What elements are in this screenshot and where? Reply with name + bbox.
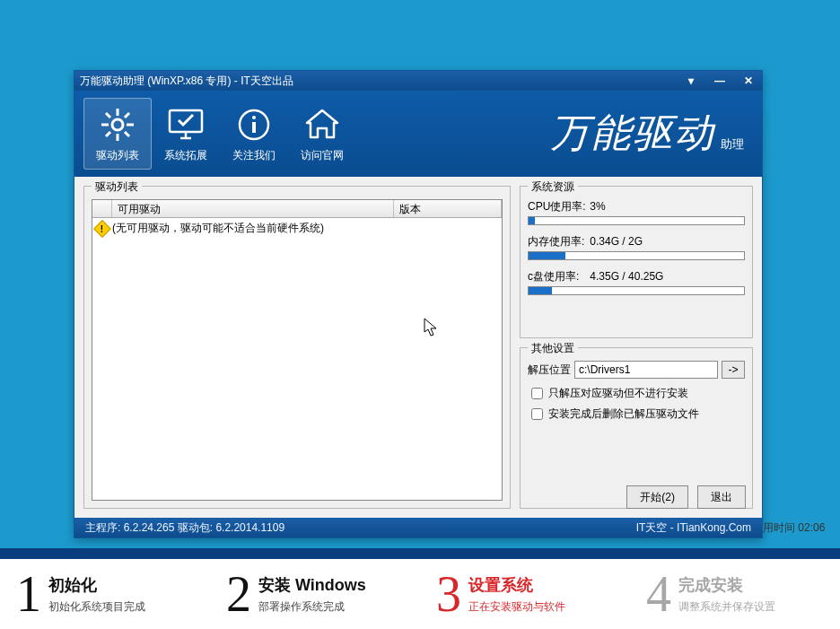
svg-point-0 bbox=[112, 119, 123, 130]
info-icon bbox=[234, 105, 274, 144]
toolbar: 驱动列表 系统拓展 关注我们 访问官网 万能驱动 助理 bbox=[74, 91, 762, 177]
svg-marker-15 bbox=[307, 110, 337, 137]
tab-system-ext[interactable]: 系统拓展 bbox=[152, 98, 220, 170]
col-icon[interactable] bbox=[92, 200, 112, 217]
pin-button[interactable]: ▾ bbox=[683, 74, 699, 87]
tab-label: 访问官网 bbox=[301, 148, 344, 163]
step-subtitle: 正在安装驱动与软件 bbox=[468, 599, 565, 615]
titlebar: 万能驱动助理 (WinXP.x86 专用) - IT天空出品 ▾ — ✕ bbox=[74, 71, 762, 91]
tab-visit-site[interactable]: 访问官网 bbox=[288, 98, 356, 170]
close-button[interactable]: ✕ bbox=[740, 74, 757, 87]
mem-progress-fill bbox=[529, 252, 565, 259]
driver-table[interactable]: 可用驱动 版本 ! (无可用驱动，驱动可能不适合当前硬件系统) bbox=[92, 199, 503, 501]
disk-progress-fill bbox=[529, 287, 552, 294]
step-number: 4 bbox=[646, 569, 671, 619]
tab-label: 系统拓展 bbox=[164, 148, 207, 163]
step-title: 设置系统 bbox=[468, 574, 565, 596]
brand-sub-text: 助理 bbox=[721, 136, 744, 153]
right-panel: 系统资源 CPU使用率: 3% 内存使用率: 0.34G / 2G c盘使用率:… bbox=[520, 186, 753, 509]
status-left: 主程序: 6.2.24.265 驱动包: 6.2.2014.1109 bbox=[85, 520, 284, 536]
home-icon bbox=[302, 105, 342, 144]
mem-progress bbox=[528, 251, 745, 260]
gear-icon bbox=[98, 105, 137, 144]
cpu-progress-fill bbox=[529, 217, 535, 224]
svg-line-5 bbox=[106, 113, 110, 118]
svg-line-6 bbox=[125, 132, 129, 136]
cpu-value: 3% bbox=[590, 200, 605, 213]
step-subtitle: 初始化系统项目完成 bbox=[48, 599, 145, 615]
step-3: 3 设置系统 正在安装驱动与软件 bbox=[420, 559, 630, 629]
client-area: 驱动列表 可用驱动 版本 ! (无可用驱动，驱动可能不适合当前硬件系统) 系统资… bbox=[74, 177, 762, 518]
step-2: 2 安装 Windows 部署操作系统完成 bbox=[210, 559, 420, 629]
exit-button[interactable]: 退出 bbox=[697, 485, 746, 509]
action-buttons: 开始(2) 退出 bbox=[626, 485, 746, 509]
svg-line-7 bbox=[125, 113, 129, 118]
status-right: IT天空 - ITianKong.Com bbox=[636, 520, 751, 536]
extract-path-input[interactable] bbox=[574, 361, 718, 379]
window-title: 万能驱动助理 (WinXP.x86 专用) - IT天空出品 bbox=[80, 74, 683, 89]
mem-label: 内存使用率: bbox=[528, 234, 587, 249]
check-label: 安装完成后删除已解压驱动文件 bbox=[548, 406, 699, 422]
warning-icon: ! bbox=[93, 220, 111, 238]
check-label: 只解压对应驱动但不进行安装 bbox=[548, 386, 688, 401]
window-controls: ▾ — ✕ bbox=[683, 74, 757, 87]
step-title: 完成安装 bbox=[678, 574, 775, 596]
statusbar: 主程序: 6.2.24.265 驱动包: 6.2.2014.1109 IT天空 … bbox=[74, 518, 762, 537]
svg-line-8 bbox=[106, 132, 110, 136]
extract-only-row[interactable]: 只解压对应驱动但不进行安装 bbox=[528, 386, 745, 401]
brand-logo: 万能驱动 助理 bbox=[550, 107, 744, 160]
svg-point-13 bbox=[252, 116, 256, 119]
table-row[interactable]: ! (无可用驱动，驱动可能不适合当前硬件系统) bbox=[92, 218, 502, 239]
monitor-check-icon bbox=[166, 105, 206, 144]
step-subtitle: 部署操作系统完成 bbox=[258, 599, 366, 615]
browse-button[interactable]: -> bbox=[722, 361, 745, 379]
resources-group: 系统资源 CPU使用率: 3% 内存使用率: 0.34G / 2G c盘使用率:… bbox=[520, 186, 753, 338]
col-version-header[interactable]: 版本 bbox=[394, 200, 502, 217]
driver-list-group: 驱动列表 可用驱动 版本 ! (无可用驱动，驱动可能不适合当前硬件系统) bbox=[83, 186, 511, 509]
path-label: 解压位置 bbox=[528, 363, 571, 378]
progress-stepper: 1 初始化 初始化系统项目完成 2 安装 Windows 部署操作系统完成 3 … bbox=[0, 548, 840, 629]
disk-row: c盘使用率: 4.35G / 40.25G bbox=[528, 269, 745, 284]
step-number: 3 bbox=[436, 569, 461, 619]
tab-follow-us[interactable]: 关注我们 bbox=[220, 98, 288, 170]
timer-value: 02:06 bbox=[798, 521, 825, 534]
step-4: 4 完成安装 调整系统并保存设置 bbox=[630, 559, 840, 629]
extract-only-checkbox[interactable] bbox=[531, 388, 543, 399]
step-1: 1 初始化 初始化系统项目完成 bbox=[0, 559, 210, 629]
delete-after-checkbox[interactable] bbox=[531, 408, 543, 420]
disk-value: 4.35G / 40.25G bbox=[590, 270, 663, 283]
cpu-label: CPU使用率: bbox=[528, 199, 587, 214]
step-title: 初始化 bbox=[48, 574, 145, 596]
mem-row: 内存使用率: 0.34G / 2G bbox=[528, 234, 745, 249]
elapsed-timer: 用时间 02:06 bbox=[763, 520, 836, 536]
disk-label: c盘使用率: bbox=[528, 269, 587, 284]
group-title: 系统资源 bbox=[528, 179, 578, 195]
mem-value: 0.34G / 2G bbox=[590, 235, 643, 248]
left-panel: 驱动列表 可用驱动 版本 ! (无可用驱动，驱动可能不适合当前硬件系统) bbox=[83, 186, 511, 509]
step-number: 1 bbox=[16, 569, 41, 619]
disk-progress bbox=[528, 286, 745, 295]
timer-label: 用时间 bbox=[763, 521, 795, 534]
step-number: 2 bbox=[226, 569, 251, 619]
step-subtitle: 调整系统并保存设置 bbox=[678, 599, 775, 615]
group-title: 其他设置 bbox=[528, 341, 578, 356]
group-title: 驱动列表 bbox=[92, 179, 142, 195]
extract-path-row: 解压位置 -> bbox=[528, 361, 745, 379]
cpu-row: CPU使用率: 3% bbox=[528, 199, 745, 214]
delete-after-row[interactable]: 安装完成后删除已解压驱动文件 bbox=[528, 406, 745, 422]
stepper-strip bbox=[0, 548, 840, 559]
table-header: 可用驱动 版本 bbox=[92, 200, 502, 218]
start-button[interactable]: 开始(2) bbox=[626, 485, 688, 509]
brand-main-text: 万能驱动 bbox=[550, 107, 715, 160]
tab-label: 驱动列表 bbox=[96, 148, 139, 163]
step-title: 安装 Windows bbox=[258, 574, 366, 596]
tab-label: 关注我们 bbox=[232, 148, 276, 163]
other-settings-group: 其他设置 解压位置 -> 只解压对应驱动但不进行安装 安装完成后删除已解压驱动文… bbox=[520, 347, 753, 509]
cpu-progress bbox=[528, 216, 745, 225]
col-name-header[interactable]: 可用驱动 bbox=[112, 200, 394, 217]
steps-row: 1 初始化 初始化系统项目完成 2 安装 Windows 部署操作系统完成 3 … bbox=[0, 559, 840, 629]
minimize-button[interactable]: — bbox=[712, 74, 728, 87]
svg-rect-14 bbox=[252, 122, 256, 133]
row-text: (无可用驱动，驱动可能不适合当前硬件系统) bbox=[112, 221, 324, 236]
tab-driver-list[interactable]: 驱动列表 bbox=[83, 98, 152, 170]
